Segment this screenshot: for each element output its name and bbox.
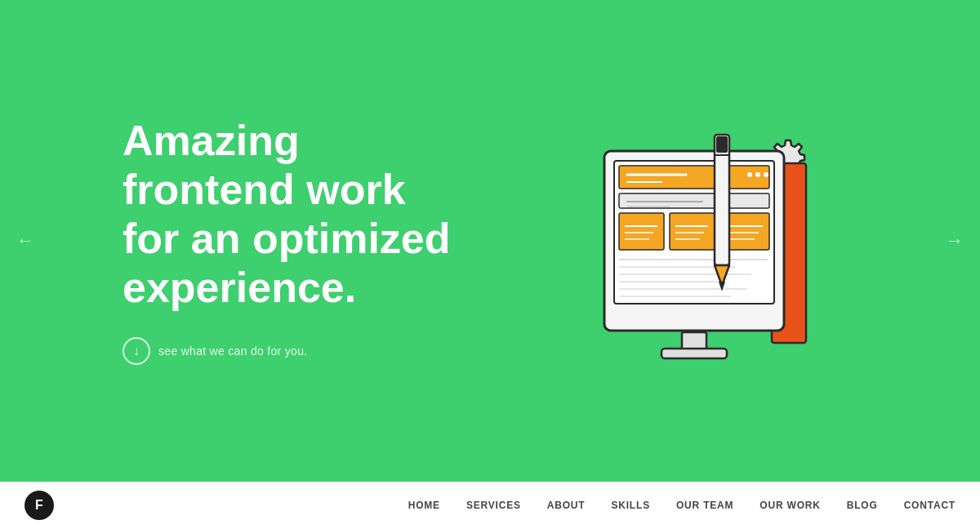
nav-link-services[interactable]: SERVICES <box>466 500 521 511</box>
svg-rect-27 <box>670 213 715 250</box>
nav-link-blog[interactable]: BLOG <box>847 500 878 511</box>
hero-cta-button[interactable]: ↓ see what we can do for you. <box>122 337 466 365</box>
cta-circle-icon: ↓ <box>122 337 150 365</box>
logo-letter: F <box>35 498 43 513</box>
svg-point-22 <box>764 172 768 177</box>
svg-point-21 <box>755 172 760 177</box>
nav-link-home[interactable]: HOME <box>408 500 440 511</box>
nav-link-our-work[interactable]: OUR WORK <box>760 500 820 511</box>
nav-link-skills[interactable]: SKILLS <box>611 500 649 511</box>
svg-point-20 <box>747 172 752 177</box>
nav-link-our-team[interactable]: OUR TEAM <box>676 500 733 511</box>
svg-rect-45 <box>662 349 727 358</box>
nav-link-contact[interactable]: CONTACT <box>904 500 956 511</box>
hero-svg <box>564 102 841 380</box>
hero-text-block: Amazing frontend work for an optimized e… <box>122 117 466 364</box>
nav-link-about[interactable]: ABOUT <box>547 500 586 511</box>
svg-rect-26 <box>619 213 664 250</box>
hero-content: Amazing frontend work for an optimized e… <box>122 102 858 380</box>
navbar: F HOMESERVICESABOUTSKILLSOUR TEAMOUR WOR… <box>0 482 980 529</box>
nav-links: HOMESERVICESABOUTSKILLSOUR TEAMOUR WORKB… <box>408 500 956 511</box>
next-arrow[interactable]: → <box>946 230 964 251</box>
cta-label: see what we can do for you. <box>158 345 307 358</box>
svg-rect-44 <box>682 332 706 350</box>
download-arrow-icon: ↓ <box>133 345 140 358</box>
svg-rect-49 <box>716 136 728 153</box>
prev-arrow[interactable]: ← <box>16 230 34 251</box>
hero-section: ← → Amazing frontend work for an optimiz… <box>0 0 980 482</box>
logo[interactable]: F <box>24 491 54 520</box>
hero-title: Amazing frontend work for an optimized e… <box>122 117 466 312</box>
hero-illustration <box>547 102 858 380</box>
svg-rect-17 <box>619 166 769 189</box>
